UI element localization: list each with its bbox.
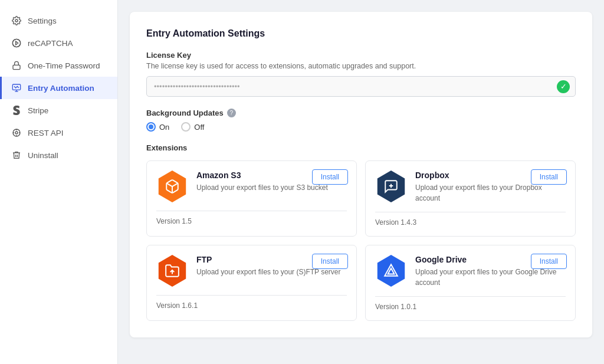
sidebar-item-settings[interactable]: Settings (0, 9, 117, 32)
sidebar-item-recaptcha[interactable]: reCAPTCHA (0, 32, 117, 54)
sidebar-item-rest-api[interactable]: REST API (0, 122, 117, 144)
radio-group: On Off (146, 122, 576, 132)
radio-off[interactable]: Off (181, 122, 204, 132)
lock-icon (11, 60, 22, 71)
sidebar-item-label: Uninstall (28, 151, 58, 160)
license-valid-icon: ✓ (557, 80, 570, 93)
sidebar-item-label: Settings (28, 17, 57, 25)
license-key-input[interactable] (146, 76, 576, 97)
ftp-version: Version 1.6.1 (156, 295, 347, 310)
sidebar-item-uninstall[interactable]: Uninstall (0, 144, 117, 166)
extension-card-amazon-s3: Install Amazon S3 Upload your export fil… (146, 160, 357, 237)
sidebar-item-label: One-Time Password (28, 61, 100, 70)
radio-on[interactable]: On (146, 122, 169, 132)
license-key-label: License Key (146, 51, 576, 60)
radio-on-label: On (159, 123, 169, 132)
page-title: Entry Automation Settings (146, 28, 576, 39)
entry-automation-icon (11, 83, 22, 93)
background-updates-section: Background Updates ? On Off (146, 109, 576, 132)
trash-icon (11, 150, 22, 160)
google-drive-desc: Upload your export files to your Google … (415, 267, 566, 288)
svg-point-0 (15, 19, 18, 22)
svg-point-9 (15, 132, 18, 134)
stripe-icon (11, 105, 22, 116)
google-drive-version: Version 1.0.1 (375, 296, 566, 311)
extension-card-ftp: Install FTP Upload your export files to … (146, 245, 357, 321)
help-icon[interactable]: ? (227, 109, 236, 117)
radio-on-circle (146, 122, 156, 132)
extension-card-google-drive: Install Google Drive Upload your export … (365, 245, 576, 321)
sidebar-item-entry-automation[interactable]: Entry Automation (0, 77, 117, 99)
api-icon (11, 127, 22, 138)
sidebar-item-label: reCAPTCHA (28, 39, 73, 48)
radio-off-label: Off (194, 123, 204, 132)
amazon-s3-icon (156, 170, 188, 202)
dropbox-desc: Upload your export files to your Dropbox… (415, 182, 566, 204)
sidebar-item-label: Entry Automation (28, 84, 94, 93)
ftp-icon (156, 255, 188, 287)
gear-icon (11, 15, 22, 26)
sidebar-item-stripe[interactable]: Stripe (0, 99, 117, 122)
google-drive-hex (375, 255, 407, 287)
sidebar-item-otp[interactable]: One-Time Password (0, 54, 117, 77)
sidebar-item-label: REST API (28, 129, 64, 137)
main-content: Entry Automation Settings License Key Th… (118, 0, 604, 364)
install-button-amazon-s3[interactable]: Install (312, 169, 348, 185)
recaptcha-icon (11, 38, 22, 48)
dropbox-hex (375, 170, 407, 202)
install-button-google-drive[interactable]: Install (531, 254, 567, 269)
extensions-title: Extensions (146, 143, 576, 152)
extensions-grid: Install Amazon S3 Upload your export fil… (146, 160, 576, 321)
license-key-description: The license key is used for access to ex… (146, 62, 576, 70)
google-drive-icon (375, 255, 407, 287)
license-input-wrapper: ✓ (146, 76, 576, 97)
ftp-hex (156, 255, 188, 287)
amazon-s3-version: Version 1.5 (156, 211, 347, 225)
dropbox-icon (375, 170, 407, 202)
extension-card-dropbox: Install Dropbox Upload your export files… (365, 160, 576, 237)
install-button-ftp[interactable]: Install (312, 254, 348, 269)
dropbox-version: Version 1.4.3 (375, 212, 566, 227)
sidebar: Settings reCAPTCHA One-Time Password Ent… (0, 0, 118, 364)
settings-card: Entry Automation Settings License Key Th… (130, 12, 592, 337)
install-button-dropbox[interactable]: Install (531, 169, 567, 185)
sidebar-item-label: Stripe (28, 106, 48, 115)
svg-rect-2 (13, 65, 20, 69)
background-updates-label-row: Background Updates ? (146, 109, 576, 117)
svg-point-1 (12, 39, 20, 47)
amazon-s3-hex (156, 170, 188, 202)
radio-off-circle (181, 122, 191, 132)
background-updates-label: Background Updates (146, 109, 224, 117)
